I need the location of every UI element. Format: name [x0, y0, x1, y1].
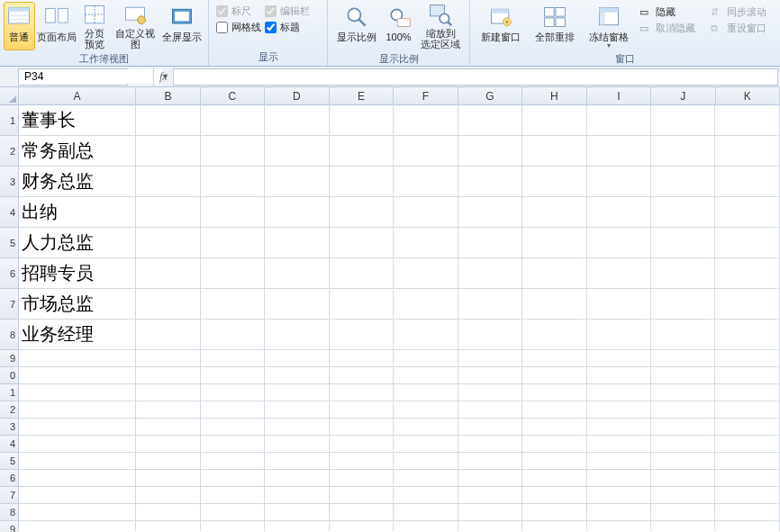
- cell[interactable]: [587, 105, 651, 136]
- cell[interactable]: [201, 167, 265, 197]
- cell[interactable]: [587, 167, 651, 197]
- cell[interactable]: [201, 419, 265, 436]
- cell[interactable]: [330, 436, 394, 453]
- cell[interactable]: [330, 401, 394, 419]
- cell[interactable]: [522, 228, 586, 258]
- cell[interactable]: [587, 136, 651, 167]
- cell[interactable]: [201, 521, 265, 531]
- cell[interactable]: [715, 384, 779, 401]
- cell[interactable]: [458, 419, 522, 436]
- row-header[interactable]: 8: [0, 504, 18, 521]
- cell[interactable]: [265, 167, 329, 197]
- cell[interactable]: [330, 504, 394, 521]
- cell[interactable]: [394, 453, 458, 470]
- cell[interactable]: [651, 384, 715, 401]
- cell[interactable]: [458, 367, 522, 384]
- cell[interactable]: [265, 401, 329, 419]
- cell[interactable]: [458, 105, 522, 136]
- freeze-panes-button[interactable]: 冻结窗格 ▾: [582, 2, 636, 50]
- name-box[interactable]: ▼: [18, 68, 128, 86]
- cell[interactable]: [522, 289, 586, 320]
- unhide-button[interactable]: ▭取消隐藏: [639, 21, 695, 36]
- column-header[interactable]: B: [136, 87, 200, 104]
- normal-view-button[interactable]: 普通: [4, 2, 35, 50]
- cell[interactable]: [458, 521, 522, 531]
- formula-bar-checkbox[interactable]: 编辑栏: [265, 4, 310, 19]
- cell[interactable]: [330, 136, 394, 167]
- cell[interactable]: [136, 289, 200, 320]
- cell[interactable]: [587, 367, 651, 384]
- cell[interactable]: [265, 289, 329, 320]
- cell[interactable]: [201, 401, 265, 419]
- cell[interactable]: 常务副总: [19, 136, 136, 167]
- cell[interactable]: [458, 470, 522, 487]
- new-window-button[interactable]: ✶ 新建窗口: [474, 2, 528, 50]
- cell[interactable]: [265, 453, 329, 470]
- cell[interactable]: [265, 504, 329, 521]
- cell[interactable]: [201, 436, 265, 453]
- cell[interactable]: [201, 367, 265, 384]
- cell[interactable]: [330, 167, 394, 197]
- cell[interactable]: [394, 384, 458, 401]
- row-header[interactable]: 7: [0, 289, 18, 320]
- cell[interactable]: [19, 453, 136, 470]
- row-header[interactable]: 9: [0, 521, 18, 532]
- cell[interactable]: [136, 320, 200, 350]
- cell[interactable]: [522, 504, 586, 521]
- cell[interactable]: 董事长: [19, 105, 136, 136]
- cell[interactable]: [715, 470, 779, 487]
- formula-bar-checkbox-input[interactable]: [265, 5, 277, 17]
- cell[interactable]: 出纳: [19, 197, 136, 228]
- cell[interactable]: [715, 521, 779, 531]
- cell[interactable]: [19, 436, 136, 453]
- cell[interactable]: [458, 167, 522, 197]
- cell[interactable]: [651, 197, 715, 228]
- cell[interactable]: [651, 453, 715, 470]
- column-header[interactable]: G: [458, 87, 522, 104]
- cell[interactable]: [715, 401, 779, 419]
- cell[interactable]: [587, 401, 651, 419]
- cell[interactable]: [587, 320, 651, 350]
- cell[interactable]: [522, 384, 586, 401]
- cell[interactable]: [587, 436, 651, 453]
- zoom-button[interactable]: 显示比例: [331, 2, 381, 50]
- cell[interactable]: [136, 228, 200, 258]
- cell[interactable]: [522, 419, 586, 436]
- cell[interactable]: [265, 197, 329, 228]
- cell[interactable]: [136, 436, 200, 453]
- cell[interactable]: [522, 521, 586, 531]
- cell[interactable]: [265, 436, 329, 453]
- cell[interactable]: [394, 350, 458, 367]
- cell[interactable]: [522, 436, 586, 453]
- cell[interactable]: [587, 228, 651, 258]
- cell[interactable]: [265, 367, 329, 384]
- cell[interactable]: [651, 521, 715, 531]
- cell[interactable]: [522, 401, 586, 419]
- cell[interactable]: [394, 136, 458, 167]
- cell[interactable]: [651, 289, 715, 320]
- cell[interactable]: [651, 136, 715, 167]
- cell[interactable]: [587, 350, 651, 367]
- cell[interactable]: [715, 197, 779, 228]
- cell[interactable]: [19, 504, 136, 521]
- cell[interactable]: [651, 258, 715, 289]
- cell[interactable]: [201, 197, 265, 228]
- zoom-selection-button[interactable]: 缩放到 选定区域: [416, 2, 466, 50]
- cell[interactable]: [136, 258, 200, 289]
- cell[interactable]: [587, 453, 651, 470]
- page-layout-button[interactable]: 页面布局: [35, 2, 79, 50]
- row-header[interactable]: 3: [0, 167, 18, 197]
- cell[interactable]: [330, 289, 394, 320]
- cell[interactable]: [136, 487, 200, 504]
- cell[interactable]: [587, 258, 651, 289]
- cell[interactable]: [715, 289, 779, 320]
- cell[interactable]: [458, 289, 522, 320]
- cell[interactable]: [394, 487, 458, 504]
- cell[interactable]: [394, 228, 458, 258]
- cell[interactable]: [201, 384, 265, 401]
- cell[interactable]: [19, 470, 136, 487]
- row-header[interactable]: 6: [0, 470, 18, 487]
- cell[interactable]: [265, 521, 329, 531]
- select-all-button[interactable]: [0, 87, 18, 105]
- cell[interactable]: [458, 487, 522, 504]
